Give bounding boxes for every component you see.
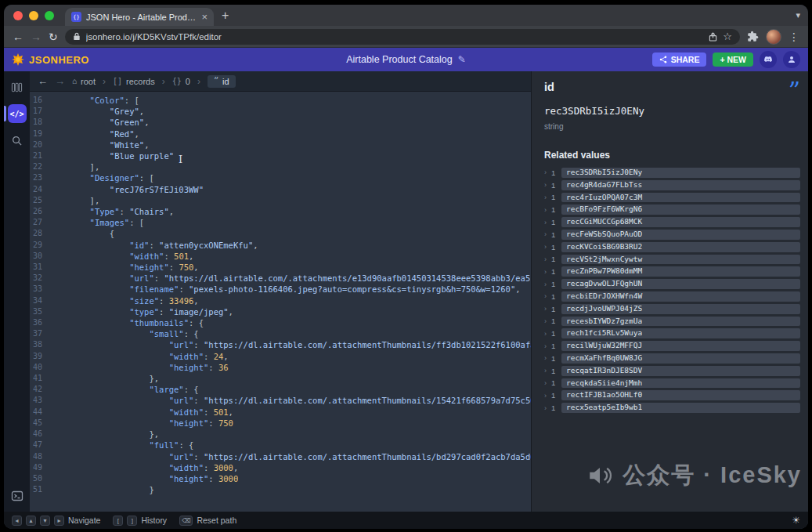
code-text: },: [50, 429, 159, 440]
line-number: 21: [30, 150, 50, 161]
root-icon: ⌂: [72, 77, 77, 85]
code-line[interactable]: 19 "Red",: [30, 128, 531, 139]
code-line[interactable]: 36 "thumbnails": {: [30, 317, 531, 328]
share-page-icon[interactable]: [709, 32, 717, 42]
code-line[interactable]: 29 "id": "atten0ycxONEmeKfu",: [30, 240, 531, 251]
related-row[interactable]: ›1recesbIYWDz7gzmUa: [544, 317, 800, 327]
close-window-button[interactable]: [13, 11, 23, 20]
profile-avatar[interactable]: [766, 29, 781, 45]
related-row[interactable]: ›1recVSt2jMwxnCywtw: [544, 255, 800, 265]
code-line[interactable]: 40 "height": 36: [30, 362, 531, 373]
code-line[interactable]: 41 },: [30, 373, 531, 384]
tab-close-icon[interactable]: ×: [201, 12, 208, 22]
code-line[interactable]: 30 "width": 501,: [30, 251, 531, 262]
code-line[interactable]: 34 "size": 33496,: [30, 295, 531, 306]
code-line[interactable]: 28 {: [30, 228, 531, 239]
code-line[interactable]: 24 "recJ76rS7fEJi03WW": [30, 184, 531, 195]
related-row[interactable]: ›1recx5eatp5eIb9wb1: [544, 403, 800, 413]
code-line[interactable]: 21 "Blue purple": [30, 150, 531, 161]
edit-title-icon[interactable]: ✎: [458, 54, 466, 65]
zoom-window-button[interactable]: [45, 11, 54, 20]
related-row[interactable]: ›1recCGiMUCCGp68MCK: [544, 217, 800, 227]
related-row[interactable]: ›1recqkdaSiie4njMmh: [544, 378, 800, 389]
column-view-button[interactable]: [8, 78, 27, 96]
account-button[interactable]: [783, 51, 800, 68]
path-forward-button[interactable]: →: [55, 75, 65, 87]
code-line[interactable]: 46 },: [30, 429, 531, 440]
code-line[interactable]: 43 "url": "https://dl.airtable.com/.atta…: [30, 395, 531, 406]
code-line[interactable]: 47 "full": {: [30, 440, 531, 451]
related-row[interactable]: ›1recmXaFhfBq0UW8JG: [544, 353, 800, 364]
search-view-button[interactable]: [8, 131, 27, 150]
minimize-window-button[interactable]: [29, 11, 38, 20]
json-editor-view-button[interactable]: </>: [8, 104, 27, 123]
json-editor[interactable]: 16 "Color": [17 "Grey",18 "Green",19 "Re…: [30, 92, 531, 512]
reload-button[interactable]: ↻: [49, 31, 58, 42]
related-row[interactable]: ›1recagDvwOLJFQghUN: [544, 279, 800, 289]
tab-search-chevron-icon[interactable]: ▾: [796, 10, 800, 20]
related-row[interactable]: ›1rec4gR4daG7FLbTss: [544, 180, 800, 190]
related-row[interactable]: ›1recilWUjuW32MFFQJ: [544, 341, 800, 351]
breadcrumb-item-0[interactable]: {} 0: [172, 77, 190, 86]
code-line[interactable]: 17 "Grey",: [30, 106, 531, 117]
code-line[interactable]: 44 "width": 501,: [30, 407, 531, 418]
related-row[interactable]: ›1recbiEDrJOXHWfn4W: [544, 291, 800, 302]
discord-button[interactable]: [760, 51, 777, 68]
related-row[interactable]: ›1recqatIR3nDJE8SDV: [544, 366, 800, 376]
bookmark-star-icon[interactable]: ☆: [723, 31, 732, 42]
code-line[interactable]: 35 "type": "image/jpeg",: [30, 306, 531, 317]
back-button[interactable]: ←: [13, 31, 23, 42]
code-line[interactable]: 37 "small": {: [30, 328, 531, 339]
chevron-right-icon: ›: [544, 280, 547, 288]
share-button[interactable]: SHARE: [652, 52, 707, 67]
code-line[interactable]: 45 "height": 750: [30, 418, 531, 429]
code-line[interactable]: 49 "width": 3000,: [30, 462, 531, 473]
breadcrumb-item-records[interactable]: [] records: [113, 77, 155, 86]
address-bar[interactable]: jsonhero.io/j/KD5KVstvTPfk/editor ☆: [65, 29, 740, 45]
extensions-puzzle-icon[interactable]: [747, 31, 759, 42]
chevron-right-icon: ›: [544, 404, 547, 412]
related-row[interactable]: ›1recFeWSbSQuoPAuOD: [544, 230, 800, 240]
path-back-button[interactable]: ←: [38, 75, 48, 87]
line-number: 23: [30, 172, 50, 183]
related-count: 1: [551, 342, 557, 350]
code-line[interactable]: 26 "Type": "Chairs",: [30, 206, 531, 217]
related-row[interactable]: ›1recKVCoiSBG9B3RU2: [544, 242, 800, 252]
browser-tab[interactable]: {} JSON Hero - Airtable Product Catalog …: [65, 8, 214, 26]
code-line[interactable]: 25 ],: [30, 195, 531, 206]
related-value: recdjJvoUWPJ04jZS: [561, 304, 800, 314]
code-line[interactable]: 20 "White",: [30, 139, 531, 150]
breadcrumb-item-id[interactable]: ” id: [208, 75, 236, 88]
related-row[interactable]: ›1recdjJvoUWPJ04jZS: [544, 304, 800, 314]
jsonhero-logo[interactable]: JSONHERO: [12, 53, 89, 66]
related-row[interactable]: ›1rec4rIuzOPQA07c3M: [544, 193, 800, 203]
related-row[interactable]: ›1recBFo9FzF6WKrgN6: [544, 204, 800, 215]
terminal-button[interactable]: [8, 487, 27, 505]
code-line[interactable]: 23 "Designer": [: [30, 172, 531, 183]
theme-toggle-button[interactable]: ☀: [792, 515, 800, 526]
browser-menu-icon[interactable]: ⋮: [789, 31, 799, 43]
new-document-button[interactable]: + NEW: [713, 52, 753, 67]
related-row[interactable]: ›1rec3SDRbI5izJ0ENy: [544, 168, 800, 178]
code-line[interactable]: 38 "url": "https://dl.airtable.com/.atta…: [30, 339, 531, 350]
code-line[interactable]: 22 ],: [30, 161, 531, 172]
code-line[interactable]: 48 "url": "https://dl.airtable.com/.atta…: [30, 451, 531, 462]
code-line[interactable]: 51 }: [30, 484, 531, 495]
code-line[interactable]: 42 "large": {: [30, 384, 531, 395]
related-row[interactable]: ›1recZnPBw7PW80dmMM: [544, 266, 800, 277]
code-line[interactable]: 33 "filename": "pexels-photo-1166406.jpe…: [30, 284, 531, 295]
new-tab-button[interactable]: +: [222, 9, 229, 22]
related-row[interactable]: ›1rech1fci5RLv5Wuya: [544, 328, 800, 338]
related-row[interactable]: ›1rectIFJB1ao5OHLf0: [544, 390, 800, 400]
code-line[interactable]: 39 "width": 24,: [30, 351, 531, 362]
code-line[interactable]: 32 "url": "https://dl.airtable.com/.atta…: [30, 273, 531, 284]
code-line[interactable]: 50 "height": 3000: [30, 473, 531, 484]
forward-button[interactable]: →: [31, 31, 42, 42]
code-line[interactable]: 31 "height": 750,: [30, 262, 531, 273]
line-number: 37: [30, 328, 50, 339]
breadcrumb-item-root[interactable]: ⌂ root: [72, 77, 96, 86]
line-number: 33: [30, 284, 50, 295]
code-line[interactable]: 27 "Images": [: [30, 217, 531, 228]
code-line[interactable]: 18 "Green",: [30, 117, 531, 128]
code-line[interactable]: 16 "Color": [: [30, 95, 531, 106]
